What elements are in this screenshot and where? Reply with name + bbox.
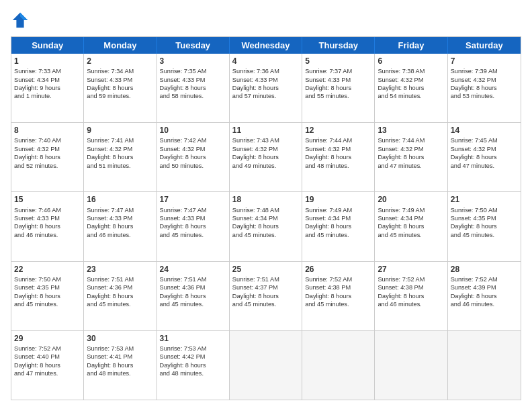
day-info: Sunset: 4:33 PM xyxy=(87,214,153,222)
day-info: Daylight: 8 hours xyxy=(232,153,299,161)
calendar-cell: 28Sunrise: 7:52 AMSunset: 4:39 PMDayligh… xyxy=(448,262,521,330)
calendar-cell: 16Sunrise: 7:47 AMSunset: 4:33 PMDayligh… xyxy=(84,192,157,261)
day-number: 1 xyxy=(14,56,81,66)
day-info: Sunrise: 7:44 AM xyxy=(378,136,444,144)
day-info: Daylight: 8 hours xyxy=(14,153,81,161)
day-number: 15 xyxy=(14,194,81,205)
calendar-cell: 4Sunrise: 7:36 AMSunset: 4:33 PMDaylight… xyxy=(230,54,302,122)
calendar-row: 29Sunrise: 7:52 AMSunset: 4:40 PMDayligh… xyxy=(11,330,521,400)
day-info: Daylight: 8 hours xyxy=(87,153,153,161)
day-info: and 45 minutes. xyxy=(451,231,518,239)
day-info: Sunset: 4:32 PM xyxy=(305,145,371,153)
day-number: 28 xyxy=(451,264,518,275)
weekday-header: Wednesday xyxy=(230,37,302,54)
day-info: Sunset: 4:34 PM xyxy=(14,76,81,84)
page: SundayMondayTuesdayWednesdayThursdayFrid… xyxy=(0,0,532,411)
day-info: Daylight: 8 hours xyxy=(232,84,299,92)
day-number: 17 xyxy=(160,194,226,205)
calendar-row: 15Sunrise: 7:46 AMSunset: 4:33 PMDayligh… xyxy=(11,191,521,261)
day-info: Daylight: 8 hours xyxy=(378,292,444,300)
day-info: Daylight: 8 hours xyxy=(232,292,299,300)
day-number: 31 xyxy=(160,333,226,344)
day-info: Sunset: 4:32 PM xyxy=(451,145,518,153)
day-info: Sunset: 4:32 PM xyxy=(451,76,518,84)
day-info: Sunset: 4:33 PM xyxy=(87,76,153,84)
day-info: and 51 minutes. xyxy=(87,162,153,170)
calendar-cell: 31Sunrise: 7:53 AMSunset: 4:42 PMDayligh… xyxy=(157,331,230,400)
day-number: 4 xyxy=(232,56,299,66)
calendar-cell: 12Sunrise: 7:44 AMSunset: 4:32 PMDayligh… xyxy=(302,123,375,191)
calendar-cell: 26Sunrise: 7:52 AMSunset: 4:38 PMDayligh… xyxy=(302,262,375,330)
day-info: Sunrise: 7:52 AM xyxy=(451,275,518,283)
day-info: Sunset: 4:41 PM xyxy=(87,353,153,361)
calendar-cell: 10Sunrise: 7:42 AMSunset: 4:32 PMDayligh… xyxy=(157,123,230,191)
calendar-cell: 9Sunrise: 7:41 AMSunset: 4:32 PMDaylight… xyxy=(84,123,157,191)
day-info: Daylight: 8 hours xyxy=(451,84,518,92)
day-number: 5 xyxy=(305,56,371,66)
weekday-header: Friday xyxy=(375,37,447,54)
calendar-cell xyxy=(302,331,375,400)
day-info: and 46 minutes. xyxy=(378,300,444,308)
day-info: Sunrise: 7:51 AM xyxy=(232,275,299,283)
day-info: and 48 minutes. xyxy=(87,369,153,377)
day-info: and 50 minutes. xyxy=(160,162,226,170)
calendar-cell: 18Sunrise: 7:48 AMSunset: 4:34 PMDayligh… xyxy=(230,192,302,261)
day-info: Sunrise: 7:53 AM xyxy=(160,345,226,353)
calendar-cell: 19Sunrise: 7:49 AMSunset: 4:34 PMDayligh… xyxy=(302,192,375,261)
day-number: 16 xyxy=(87,194,153,205)
day-info: and 46 minutes. xyxy=(14,231,81,239)
day-info: Sunset: 4:34 PM xyxy=(232,214,299,222)
day-info: and 58 minutes. xyxy=(160,92,226,100)
calendar-cell xyxy=(230,331,302,400)
day-number: 8 xyxy=(14,125,81,136)
day-info: Daylight: 8 hours xyxy=(451,153,518,161)
calendar-cell: 5Sunrise: 7:37 AMSunset: 4:33 PMDaylight… xyxy=(302,54,375,122)
day-info: Daylight: 8 hours xyxy=(160,222,226,230)
day-info: Daylight: 9 hours xyxy=(14,84,81,92)
weekday-header: Monday xyxy=(84,37,157,54)
day-number: 18 xyxy=(232,194,299,205)
calendar-cell: 6Sunrise: 7:38 AMSunset: 4:32 PMDaylight… xyxy=(375,54,447,122)
day-info: Daylight: 8 hours xyxy=(160,153,226,161)
day-info: and 53 minutes. xyxy=(451,92,518,100)
calendar-cell: 2Sunrise: 7:34 AMSunset: 4:33 PMDaylight… xyxy=(84,54,157,122)
day-info: Daylight: 8 hours xyxy=(160,292,226,300)
calendar-cell: 20Sunrise: 7:49 AMSunset: 4:34 PMDayligh… xyxy=(375,192,447,261)
day-number: 3 xyxy=(160,56,226,66)
day-number: 9 xyxy=(87,125,153,136)
day-info: Sunset: 4:36 PM xyxy=(160,283,226,291)
day-number: 20 xyxy=(378,194,444,205)
day-info: Sunrise: 7:38 AM xyxy=(378,67,444,75)
day-number: 13 xyxy=(378,125,444,136)
calendar-cell: 23Sunrise: 7:51 AMSunset: 4:36 PMDayligh… xyxy=(84,262,157,330)
day-info: Sunrise: 7:50 AM xyxy=(451,206,518,214)
calendar-row: 1Sunrise: 7:33 AMSunset: 4:34 PMDaylight… xyxy=(11,54,521,122)
day-info: and 47 minutes. xyxy=(451,162,518,170)
calendar-cell: 25Sunrise: 7:51 AMSunset: 4:37 PMDayligh… xyxy=(230,262,302,330)
day-info: Sunrise: 7:49 AM xyxy=(305,206,371,214)
calendar-cell: 13Sunrise: 7:44 AMSunset: 4:32 PMDayligh… xyxy=(375,123,447,191)
day-info: Daylight: 8 hours xyxy=(87,361,153,369)
calendar-cell: 24Sunrise: 7:51 AMSunset: 4:36 PMDayligh… xyxy=(157,262,230,330)
day-info: and 47 minutes. xyxy=(14,369,81,377)
day-info: and 59 minutes. xyxy=(87,92,153,100)
day-info: and 46 minutes. xyxy=(451,300,518,308)
day-info: Daylight: 8 hours xyxy=(160,84,226,92)
day-info: Sunset: 4:32 PM xyxy=(378,145,444,153)
calendar-cell: 22Sunrise: 7:50 AMSunset: 4:35 PMDayligh… xyxy=(11,262,84,330)
day-info: Sunrise: 7:41 AM xyxy=(87,136,153,144)
day-info: Sunset: 4:34 PM xyxy=(378,214,444,222)
day-info: and 1 minute. xyxy=(14,92,81,100)
day-info: Sunset: 4:33 PM xyxy=(160,214,226,222)
day-info: Daylight: 8 hours xyxy=(87,84,153,92)
day-info: Sunset: 4:32 PM xyxy=(232,145,299,153)
day-info: Daylight: 8 hours xyxy=(87,222,153,230)
calendar-header: SundayMondayTuesdayWednesdayThursdayFrid… xyxy=(11,37,521,54)
day-info: Sunrise: 7:44 AM xyxy=(305,136,371,144)
day-info: Daylight: 8 hours xyxy=(378,84,444,92)
day-info: and 45 minutes. xyxy=(87,300,153,308)
day-info: Sunrise: 7:51 AM xyxy=(87,275,153,283)
calendar-cell xyxy=(448,331,521,400)
day-info: and 54 minutes. xyxy=(378,92,444,100)
day-info: Sunrise: 7:50 AM xyxy=(14,275,81,283)
